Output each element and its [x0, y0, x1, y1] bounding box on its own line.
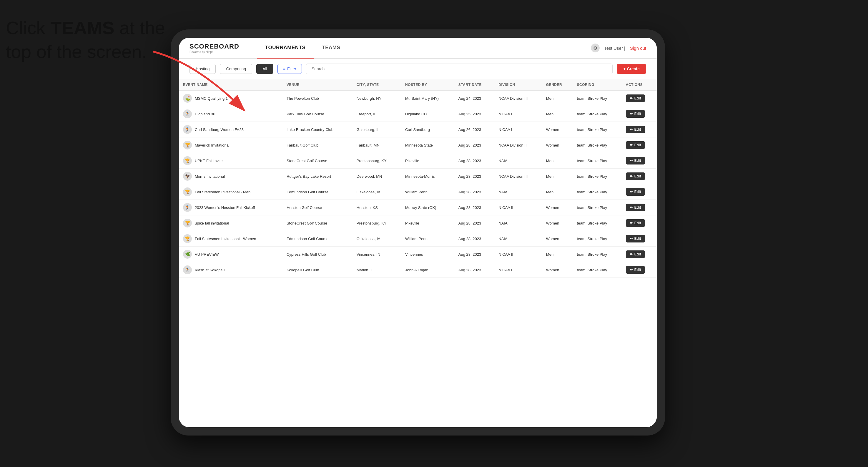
- cell-gender-2: Women: [542, 122, 573, 137]
- search-input[interactable]: [306, 64, 613, 74]
- edit-button-8[interactable]: ✏ Edit: [626, 219, 645, 227]
- event-icon-4: 🏆: [183, 156, 192, 165]
- edit-button-10[interactable]: ✏ Edit: [626, 250, 645, 258]
- edit-icon-1: ✏: [630, 112, 633, 116]
- event-name-6: Fall Statesmen Invitational - Men: [195, 190, 250, 194]
- cell-hosted-0: Mt. Saint Mary (NY): [401, 91, 454, 106]
- event-icon-10: 🌿: [183, 250, 192, 259]
- cell-actions-0: ✏ Edit: [622, 91, 657, 106]
- col-event-name: EVENT NAME: [179, 79, 282, 91]
- filter-competing-button[interactable]: Competing: [220, 64, 252, 74]
- tablet-frame: SCOREBOARD Powered by clippit TOURNAMENT…: [170, 29, 665, 436]
- cell-actions-3: ✏ Edit: [622, 137, 657, 153]
- event-icon-1: 🏌: [183, 110, 192, 118]
- cell-hosted-1: Highland CC: [401, 106, 454, 122]
- nav-tab-tournaments[interactable]: TOURNAMENTS: [257, 38, 314, 59]
- create-button[interactable]: + Create: [617, 64, 646, 74]
- cell-division-9: NAIA: [494, 231, 542, 247]
- cell-venue-0: The Powelton Club: [282, 91, 352, 106]
- event-icon-2: 🏌: [183, 125, 192, 134]
- cell-venue-1: Park Hills Golf Course: [282, 106, 352, 122]
- filter-all-button[interactable]: All: [256, 64, 273, 74]
- edit-button-0[interactable]: ✏ Edit: [626, 94, 645, 102]
- edit-icon-10: ✏: [630, 252, 633, 256]
- edit-icon-3: ✏: [630, 143, 633, 147]
- edit-button-9[interactable]: ✏ Edit: [626, 235, 645, 243]
- table-body: ⛳ MSMC Qualifying 1 The Powelton Club Ne…: [179, 91, 657, 278]
- tablet-screen: SCOREBOARD Powered by clippit TOURNAMENT…: [179, 38, 657, 427]
- event-icon-5: 🦅: [183, 172, 192, 181]
- cell-hosted-7: Murray State (OK): [401, 200, 454, 215]
- col-scoring: SCORING: [573, 79, 622, 91]
- nav-tab-teams[interactable]: TEAMS: [314, 38, 348, 59]
- cell-date-0: Aug 24, 2023: [454, 91, 494, 106]
- cell-actions-11: ✏ Edit: [622, 262, 657, 278]
- event-name-8: upike fall invitational: [195, 221, 229, 225]
- edit-button-5[interactable]: ✏ Edit: [626, 173, 645, 180]
- toolbar: Hosting Competing All ≡ Filter + Create: [179, 59, 657, 79]
- edit-button-7[interactable]: ✏ Edit: [626, 204, 645, 211]
- edit-button-6[interactable]: ✏ Edit: [626, 188, 645, 196]
- cell-date-6: Aug 28, 2023: [454, 184, 494, 200]
- cell-hosted-10: Vincennes: [401, 247, 454, 262]
- event-icon-8: 🏆: [183, 219, 192, 227]
- cell-gender-5: Men: [542, 168, 573, 184]
- event-name-9: Fall Statesmen Invitational - Women: [195, 237, 256, 241]
- filter-icon: ≡: [283, 66, 285, 71]
- nav-tabs: TOURNAMENTS TEAMS: [257, 38, 591, 59]
- edit-button-2[interactable]: ✏ Edit: [626, 126, 645, 133]
- event-name-4: UPKE Fall Invite: [195, 159, 223, 163]
- cell-actions-7: ✏ Edit: [622, 200, 657, 215]
- event-name-5: Morris Invitational: [195, 174, 225, 179]
- user-label: Test User |: [604, 45, 625, 51]
- table-row: 🏆 UPKE Fall Invite StoneCrest Golf Cours…: [179, 153, 657, 168]
- cell-hosted-3: Minnesota State: [401, 137, 454, 153]
- cell-division-0: NCAA Division III: [494, 91, 542, 106]
- cell-division-6: NAIA: [494, 184, 542, 200]
- edit-button-11[interactable]: ✏ Edit: [626, 266, 645, 274]
- cell-division-10: NICAA II: [494, 247, 542, 262]
- col-city-state: CITY, STATE: [352, 79, 401, 91]
- instruction-text: Click TEAMS at the top of the screen.: [6, 16, 177, 64]
- edit-icon-9: ✏: [630, 237, 633, 241]
- cell-scoring-7: team, Stroke Play: [573, 200, 622, 215]
- filter-icon-button[interactable]: ≡ Filter: [277, 64, 302, 74]
- cell-city-2: Galesburg, IL: [352, 122, 401, 137]
- cell-gender-9: Women: [542, 231, 573, 247]
- cell-scoring-11: team, Stroke Play: [573, 262, 622, 278]
- cell-division-11: NICAA I: [494, 262, 542, 278]
- edit-button-1[interactable]: ✏ Edit: [626, 110, 645, 118]
- event-icon-3: 🏆: [183, 141, 192, 150]
- cell-division-2: NICAA I: [494, 122, 542, 137]
- cell-division-1: NICAA I: [494, 106, 542, 122]
- cell-gender-3: Women: [542, 137, 573, 153]
- event-name-11: Klash at Kokopelli: [195, 268, 225, 272]
- col-venue: VENUE: [282, 79, 352, 91]
- settings-icon[interactable]: ⚙: [591, 43, 600, 52]
- edit-icon-11: ✏: [630, 268, 633, 272]
- edit-icon-6: ✏: [630, 190, 633, 194]
- filter-hosting-button[interactable]: Hosting: [189, 64, 216, 74]
- table-row: 🌿 VU PREVIEW Cypress Hills Golf Club Vin…: [179, 247, 657, 262]
- edit-button-3[interactable]: ✏ Edit: [626, 141, 645, 149]
- edit-button-4[interactable]: ✏ Edit: [626, 157, 645, 164]
- cell-hosted-4: Pikeville: [401, 153, 454, 168]
- cell-event-0: ⛳ MSMC Qualifying 1: [179, 91, 282, 106]
- cell-venue-9: Edmundson Golf Course: [282, 231, 352, 247]
- cell-event-5: 🦅 Morris Invitational: [179, 168, 282, 184]
- event-name-7: 2023 Women's Hesston Fall Kickoff: [195, 206, 255, 210]
- cell-event-2: 🏌 Carl Sandburg Women FA23: [179, 122, 282, 137]
- cell-event-4: 🏆 UPKE Fall Invite: [179, 153, 282, 168]
- signout-link[interactable]: Sign out: [630, 45, 646, 51]
- cell-city-8: Prestonsburg, KY: [352, 215, 401, 231]
- cell-event-10: 🌿 VU PREVIEW: [179, 247, 282, 262]
- header-right: ⚙ Test User | Sign out: [591, 43, 646, 52]
- event-name-3: Maverick Invitational: [195, 143, 229, 148]
- cell-scoring-0: team, Stroke Play: [573, 91, 622, 106]
- cell-gender-11: Women: [542, 262, 573, 278]
- cell-actions-10: ✏ Edit: [622, 247, 657, 262]
- col-start-date: START DATE: [454, 79, 494, 91]
- cell-venue-11: Kokopelli Golf Club: [282, 262, 352, 278]
- cell-venue-10: Cypress Hills Golf Club: [282, 247, 352, 262]
- cell-venue-6: Edmundson Golf Course: [282, 184, 352, 200]
